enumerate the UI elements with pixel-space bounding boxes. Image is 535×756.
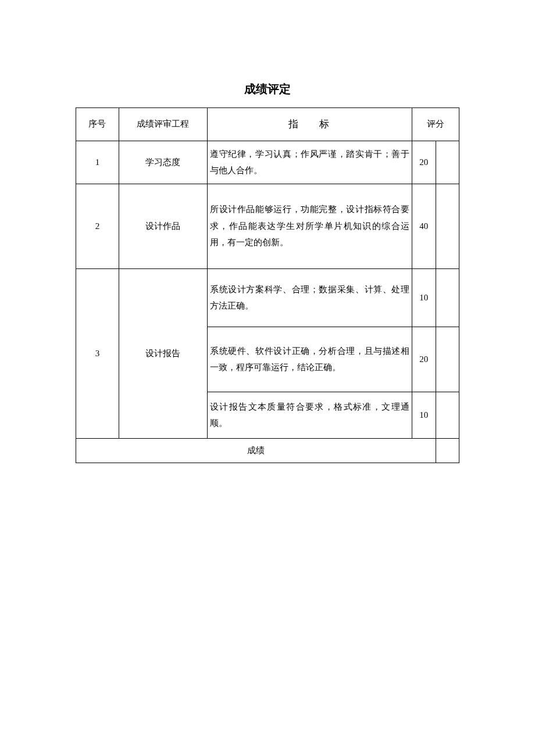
cell-indicator: 系统设计方案科学、合理；数据采集、计算、处理方法正确。: [208, 268, 412, 327]
cell-score-blank: [436, 268, 459, 327]
header-project: 成绩评审工程: [119, 108, 207, 141]
cell-score-blank: [436, 184, 459, 268]
cell-indicator: 遵守纪律，学习认真；作风严谨，踏实肯干；善于与他人合作。: [208, 141, 412, 184]
cell-project: 设计报告: [119, 268, 207, 438]
table-row: 3 设计报告 系统设计方案科学、合理；数据采集、计算、处理方法正确。 10: [76, 268, 459, 327]
cell-score-blank: [436, 327, 459, 392]
cell-indicator: 设计报告文本质量符合要求，格式标准，文理通顺。: [208, 392, 412, 438]
cell-score: 20: [412, 141, 436, 184]
footer-score-blank: [436, 438, 459, 463]
cell-score: 10: [412, 392, 436, 438]
footer-label: 成绩: [76, 438, 436, 463]
table-row: 1 学习态度 遵守纪律，学习认真；作风严谨，踏实肯干；善于与他人合作。 20: [76, 141, 459, 184]
cell-project: 设计作品: [119, 184, 207, 268]
cell-project: 学习态度: [119, 141, 207, 184]
cell-score-blank: [436, 141, 459, 184]
cell-score: 40: [412, 184, 436, 268]
cell-indicator: 所设计作品能够运行，功能完整，设计指标符合要求，作品能表达学生对所学单片机知识的…: [208, 184, 412, 268]
grading-table: 序号 成绩评审工程 指标 评分 1 学习态度 遵守纪律，学习认真；作风严谨，踏实…: [76, 108, 459, 463]
cell-score: 10: [412, 268, 436, 327]
cell-score-blank: [436, 392, 459, 438]
cell-seq: 3: [76, 268, 119, 438]
header-score: 评分: [412, 108, 459, 141]
header-indicator: 指标: [208, 108, 412, 141]
cell-seq: 2: [76, 184, 119, 268]
table-footer-row: 成绩: [76, 438, 459, 463]
cell-indicator: 系统硬件、软件设计正确，分析合理，且与描述相一致，程序可靠运行，结论正确。: [208, 327, 412, 392]
header-seq: 序号: [76, 108, 119, 141]
table-row: 2 设计作品 所设计作品能够运行，功能完整，设计指标符合要求，作品能表达学生对所…: [76, 184, 459, 268]
cell-score: 20: [412, 327, 436, 392]
page-title: 成绩评定: [76, 81, 459, 97]
table-header-row: 序号 成绩评审工程 指标 评分: [76, 108, 459, 141]
cell-seq: 1: [76, 141, 119, 184]
